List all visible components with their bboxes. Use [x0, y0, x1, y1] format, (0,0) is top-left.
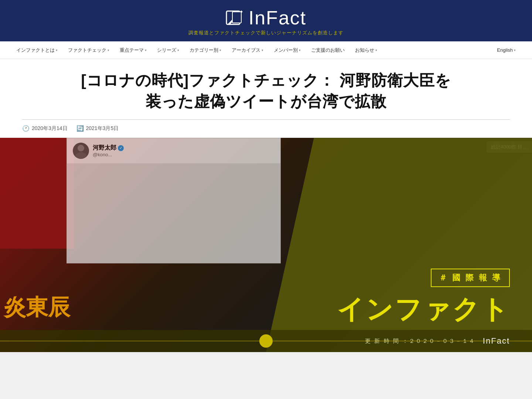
svg-point-3 — [78, 145, 84, 151]
refresh-icon: 🔄 — [76, 125, 84, 132]
nav-arrow-factcheck: ▾ — [108, 48, 109, 52]
overlay-brand-ja: インファクト — [337, 296, 510, 323]
logo-text-group: InFact — [226, 7, 307, 29]
red-left-panel — [0, 138, 74, 249]
published-date: 🕐 2020年3月14日 — [22, 125, 68, 132]
tag-box: ＃ 國 際 報 導 — [431, 269, 510, 287]
featured-image: 炎東辰 河野太郎 ✓ @kono... 総計4000些 目 ... — [0, 138, 532, 352]
site-header: InFact 調査報道とファクトチェックで新しいジャーナリズムを創造します — [0, 0, 532, 41]
article-section: [コロナの時代]ファクトチェック： 河野防衛大臣を装った虚偽ツイートが台湾で拡散… — [0, 59, 532, 138]
nav-item-members[interactable]: メンバー別 ▾ — [269, 41, 306, 59]
published-date-text: 2020年3月14日 — [32, 125, 68, 132]
twitter-name-area: 河野太郎 ✓ @kono... — [93, 144, 124, 157]
twitter-handle: @kono... — [93, 152, 124, 157]
fire-text: 炎東辰 — [4, 293, 70, 323]
nav-arrow-members: ▾ — [299, 48, 301, 52]
nav-item-about[interactable]: インファクトとは ▾ — [11, 41, 63, 59]
article-title: [コロナの時代]ファクトチェック： 河野防衛大臣を装った虚偽ツイートが台湾で拡散 — [22, 70, 510, 112]
nav-arrow-series: ▾ — [177, 48, 179, 52]
article-meta: 🕐 2020年3月14日 🔄 2021年3月5日 — [22, 125, 510, 138]
nav-arrow-archives: ▾ — [262, 48, 263, 52]
nav-item-support[interactable]: ご支援のお願い — [306, 41, 350, 59]
bottom-bar: 更 新 時 間 ：２０２０－０３－１４ InFact — [0, 330, 532, 352]
bottom-circle — [259, 334, 273, 348]
nav-arrow-about: ▾ — [56, 48, 58, 52]
nav-arrow-theme: ▾ — [145, 48, 147, 52]
updated-date-text: 2021年3月5日 — [86, 125, 119, 132]
twitter-panel: 河野太郎 ✓ @kono... — [66, 138, 281, 263]
verified-badge: ✓ — [118, 145, 124, 151]
logo-name: InFact — [249, 7, 307, 29]
nav-item-factcheck[interactable]: ファクトチェック ▾ — [63, 41, 115, 59]
nav-arrow-category: ▾ — [219, 48, 221, 52]
nav-item-series[interactable]: シリーズ ▾ — [152, 41, 184, 59]
logo-wrap: InFact 調査報道とファクトチェックで新しいジャーナリズムを創造します — [188, 7, 344, 36]
twitter-display-name: 河野太郎 ✓ — [93, 144, 124, 152]
updated-date: 🔄 2021年3月5日 — [76, 125, 119, 132]
nav-item-news[interactable]: お知らせ ▾ — [350, 41, 382, 59]
svg-point-4 — [75, 152, 87, 159]
logo-tagline: 調査報道とファクトチェックで新しいジャーナリズムを創造します — [188, 30, 344, 36]
main-nav: インファクトとは ▾ ファクトチェック ▾ 重点テーマ ▾ シリーズ ▾ カテゴ… — [0, 41, 532, 59]
nav-item-theme[interactable]: 重点テーマ ▾ — [115, 41, 152, 59]
nav-item-archives[interactable]: アーカイブス ▾ — [226, 41, 269, 59]
svg-rect-2 — [232, 12, 241, 23]
logo-icon — [226, 8, 245, 27]
nav-item-category[interactable]: カテゴリー別 ▾ — [184, 41, 226, 59]
article-divider — [22, 119, 510, 120]
clock-icon: 🕐 — [22, 125, 30, 132]
nav-arrow-english: ▾ — [514, 48, 516, 52]
twitter-panel-header: 河野太郎 ✓ @kono... — [67, 138, 280, 163]
nav-item-english[interactable]: English ▾ — [492, 41, 521, 59]
nav-arrow-news: ▾ — [375, 48, 377, 52]
twitter-avatar — [73, 143, 89, 159]
